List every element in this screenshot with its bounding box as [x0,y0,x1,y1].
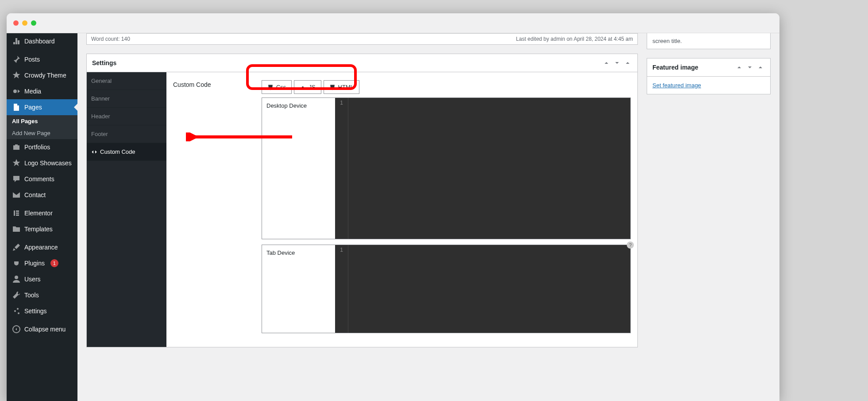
sidebar-item-label: Plugins [24,260,45,267]
svg-point-10 [302,86,304,88]
panel-down-button[interactable] [613,58,621,67]
settings-nav: General Banner Header Footer Custom Code [87,72,166,347]
sidebar-item-collapse[interactable]: Collapse menu [7,321,77,337]
sidebar-item-portfolios[interactable]: Portfolios [7,139,77,155]
svg-point-7 [14,310,16,312]
svg-point-8 [18,312,19,314]
sidebar-item-users[interactable]: Users [7,271,77,287]
last-edited: Last edited by admin on April 28, 2024 a… [516,36,633,42]
panel-up-button[interactable] [735,63,744,72]
sidebar-item-crowdy-theme[interactable]: Crowdy Theme [7,67,77,83]
panel-collapse-button[interactable] [756,63,765,72]
sidebar-item-label: Contact [24,191,46,199]
sidebar-item-plugins[interactable]: Plugins 1 [7,255,77,271]
code-area[interactable] [348,98,630,239]
settings-body: General Banner Header Footer Custom Code… [87,72,637,347]
sidebar-item-tools[interactable]: Tools [7,287,77,303]
sidebar-item-label: Comments [24,175,54,183]
sidebar-item-media[interactable]: Media [7,83,77,99]
svg-rect-4 [16,214,19,216]
wrench-icon [12,291,21,300]
sidebar-item-label: Pages [24,104,42,111]
star-icon [12,71,21,80]
user-icon [12,275,21,284]
code-editor-tab[interactable]: 1 [335,245,630,333]
sidebar-item-elementor[interactable]: Elementor [7,205,77,221]
desktop-device-block: Desktop Device 1 [262,97,631,239]
sidebar-item-label: Elementor [24,210,53,217]
submenu-item-add-new-page[interactable]: Add New Page [7,127,77,139]
sliders-icon [12,307,21,315]
help-icon[interactable]: ? [627,241,634,249]
panel-collapse-button[interactable] [623,58,632,67]
maximize-window-button[interactable] [31,20,36,26]
section-label: Custom Code [166,72,262,347]
settings-panel: Settings General Banner Header Footer [86,54,638,347]
sidebar-item-label: Templates [24,226,53,233]
admin-sidebar: Dashboard Posts Crowdy Theme Media Pages… [7,33,77,401]
sidebar-item-contact[interactable]: Contact [7,187,77,203]
settings-nav-header[interactable]: Header [87,108,166,125]
line-gutter: 1 [335,245,348,333]
code-tab-js[interactable]: JS [294,80,321,94]
sidebar-item-label: Crowdy Theme [24,72,66,79]
plug-icon [12,259,21,268]
sidebar-item-comments[interactable]: Comments [7,171,77,187]
sidebar-item-label: Settings [24,308,47,315]
comment-icon [12,175,21,183]
featured-panel-title: Featured image [652,64,698,71]
submenu-item-all-pages[interactable]: All Pages [7,115,77,127]
sidebar-item-label: Appearance [24,244,58,251]
status-bar: Word count: 140 Last edited by admin on … [86,33,638,45]
settings-nav-custom-code[interactable]: Custom Code [87,143,166,161]
main-content: Word count: 140 Last edited by admin on … [77,33,779,401]
partial-panel: screen title. [647,33,771,49]
code-area[interactable] [348,245,630,333]
sidebar-item-label: Posts [24,56,40,63]
tab-device-block: ? Tab Device 1 [262,245,631,333]
gear-icon [300,84,306,90]
sidebar-item-settings[interactable]: Settings [7,303,77,319]
svg-rect-2 [16,210,19,212]
word-count: Word count: 140 [91,36,130,42]
settings-nav-banner[interactable]: Banner [87,90,166,108]
close-window-button[interactable] [13,20,19,26]
css-icon [267,84,274,90]
dashboard-icon [12,37,21,46]
settings-panel-title: Settings [92,59,116,66]
panel-down-button[interactable] [745,63,754,72]
sidebar-item-dashboard[interactable]: Dashboard [7,33,77,49]
sidebar-item-label: Collapse menu [24,326,66,333]
code-tab-css[interactable]: Css [262,80,292,94]
sidebar-item-appearance[interactable]: Appearance [7,239,77,255]
minimize-window-button[interactable] [22,20,27,26]
brush-icon [12,243,21,252]
sidebar-item-templates[interactable]: Templates [7,221,77,237]
featured-image-panel: Featured image Set featured image [647,58,771,94]
settings-nav-footer[interactable]: Footer [87,125,166,143]
media-icon [12,87,21,96]
sidebar-item-label: Portfolios [24,144,50,151]
code-icon [91,149,97,155]
svg-point-0 [13,90,17,93]
folder-icon [12,225,21,234]
code-tab-html[interactable]: HTML [324,80,359,94]
code-editor-desktop[interactable]: 1 [335,98,630,239]
portfolio-icon [12,143,21,152]
sidebar-item-label: Dashboard [24,38,55,45]
set-featured-image-link[interactable]: Set featured image [652,82,701,89]
pin-icon [12,55,21,64]
sidebar-item-pages[interactable]: Pages [7,99,77,115]
settings-nav-general[interactable]: General [87,72,166,90]
star-icon [12,159,21,167]
panel-up-button[interactable] [602,58,611,67]
sidebar-item-label: Logo Showcases [24,160,72,167]
app-window: Dashboard Posts Crowdy Theme Media Pages… [7,13,779,401]
settings-content: Custom Code Css JS [166,72,637,347]
device-label-desktop: Desktop Device [262,98,335,239]
sidebar-item-posts[interactable]: Posts [7,51,77,67]
side-column: screen title. Featured image Set feature… [647,33,771,401]
sidebar-submenu: All Pages Add New Page [7,115,77,139]
settings-panel-header: Settings [87,54,637,72]
sidebar-item-logo-showcases[interactable]: Logo Showcases [7,155,77,171]
